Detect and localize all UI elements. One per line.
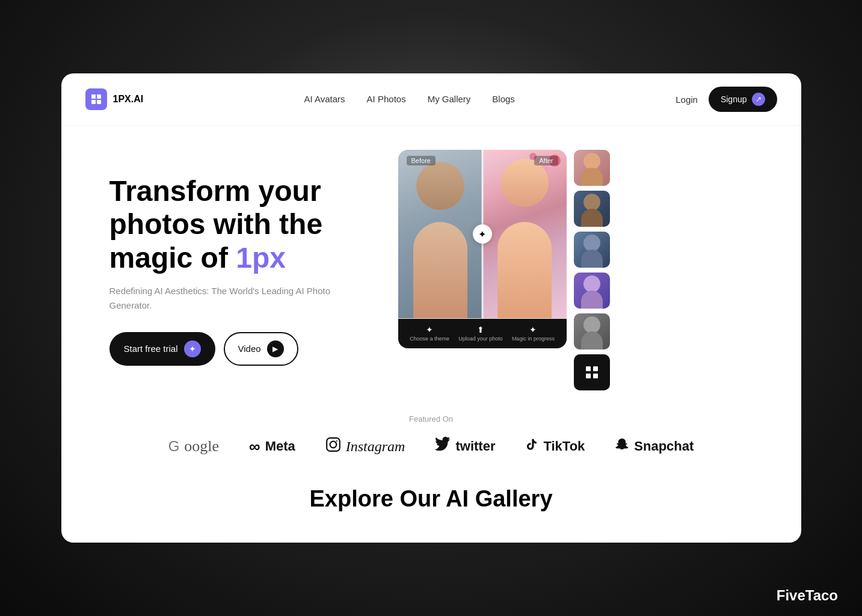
sparkle-dot: ✦ bbox=[473, 224, 492, 244]
brand-snapchat: Snapchat bbox=[615, 437, 694, 456]
svg-rect-3 bbox=[97, 100, 101, 104]
svg-rect-0 bbox=[91, 94, 96, 99]
twitter-icon bbox=[435, 437, 451, 456]
before-label: Before bbox=[407, 156, 436, 165]
navbar: 1PX.AI AI Avatars AI Photos My Gallery B… bbox=[61, 73, 801, 126]
nav-item-gallery[interactable]: My Gallery bbox=[428, 94, 471, 105]
logo-area: 1PX.AI bbox=[85, 88, 144, 110]
step-upload-photo: ⬆ Upload your photo bbox=[458, 325, 503, 342]
logo-icon bbox=[85, 88, 107, 110]
svg-rect-8 bbox=[327, 438, 340, 451]
brand-instagram: Instagram bbox=[325, 437, 405, 456]
signup-button[interactable]: Signup ↗ bbox=[709, 87, 777, 112]
gallery-title: Explore Our AI Gallery bbox=[85, 486, 777, 512]
svg-point-10 bbox=[336, 440, 337, 442]
video-button[interactable]: Video ▶ bbox=[224, 332, 298, 366]
thumbnail-4[interactable] bbox=[574, 273, 610, 309]
hero-section: Transform your photos with the magic of … bbox=[61, 126, 801, 402]
login-button[interactable]: Login bbox=[676, 94, 698, 105]
face-left bbox=[413, 222, 467, 318]
nav-item-blogs[interactable]: Blogs bbox=[492, 94, 515, 105]
arrow-icon: ↗ bbox=[752, 93, 765, 106]
svg-rect-7 bbox=[593, 374, 598, 378]
nav-actions: Login Signup ↗ bbox=[676, 87, 777, 112]
main-card: 1PX.AI AI Avatars AI Photos My Gallery B… bbox=[61, 73, 801, 543]
brand-meta: ∞ Meta bbox=[249, 437, 295, 456]
meta-icon: ∞ bbox=[249, 437, 260, 456]
play-icon: ▶ bbox=[267, 340, 284, 357]
brand-tiktok: TikTok bbox=[525, 437, 585, 456]
thumbnail-5[interactable] bbox=[574, 313, 610, 350]
instagram-icon bbox=[325, 437, 341, 456]
svg-rect-6 bbox=[586, 374, 591, 378]
google-icon: G bbox=[168, 438, 180, 455]
featured-label: Featured On bbox=[85, 414, 777, 424]
preview-bottom: ✦ Choose a theme ⬆ Upload your photo ✦ M… bbox=[398, 319, 567, 348]
snapchat-icon bbox=[615, 437, 629, 456]
start-free-trial-button[interactable]: Start free trial ✦ bbox=[109, 332, 215, 366]
svg-rect-4 bbox=[586, 366, 591, 371]
brand-google: Google bbox=[168, 437, 219, 455]
main-preview: Before After bbox=[398, 150, 567, 348]
hero-title: Transform your photos with the magic of … bbox=[109, 174, 362, 274]
thumbnail-1[interactable] bbox=[574, 150, 610, 186]
thumbnail-3[interactable] bbox=[574, 232, 610, 268]
svg-point-9 bbox=[330, 442, 336, 448]
magic-icon: ✦ bbox=[529, 325, 537, 334]
thumbnails bbox=[574, 150, 610, 390]
gallery-section: Explore Our AI Gallery bbox=[61, 462, 801, 518]
thumbnail-2[interactable] bbox=[574, 191, 610, 227]
svg-rect-1 bbox=[97, 94, 101, 99]
thumbnail-grid[interactable] bbox=[574, 354, 610, 390]
svg-rect-5 bbox=[593, 366, 598, 371]
brands-list: Google ∞ Meta Instagram bbox=[85, 437, 777, 456]
svg-rect-2 bbox=[91, 100, 96, 104]
hero-buttons: Start free trial ✦ Video ▶ bbox=[109, 332, 362, 366]
nav-links: AI Avatars AI Photos My Gallery Blogs bbox=[304, 94, 515, 105]
plus-icon: ✦ bbox=[184, 340, 201, 357]
nav-item-avatars[interactable]: AI Avatars bbox=[304, 94, 345, 105]
step-magic: ✦ Magic in progress bbox=[512, 325, 555, 342]
tiktok-icon bbox=[525, 437, 538, 456]
theme-icon: ✦ bbox=[426, 325, 433, 334]
hero-text: Transform your photos with the magic of … bbox=[109, 174, 362, 366]
hero-visual: Before After bbox=[398, 150, 777, 390]
after-label: After bbox=[534, 156, 558, 165]
brand-twitter: twitter bbox=[435, 437, 495, 456]
face-right bbox=[497, 222, 552, 318]
after-image bbox=[482, 150, 567, 318]
nav-item-photos[interactable]: AI Photos bbox=[367, 94, 406, 105]
watermark: FiveTaco bbox=[777, 587, 838, 604]
preview-image-container: ✦ bbox=[398, 150, 567, 318]
before-image bbox=[398, 150, 482, 318]
hero-subtitle: Redefining AI Aesthetics: The World's Le… bbox=[109, 284, 362, 313]
logo-text: 1PX.AI bbox=[113, 94, 144, 105]
step-choose-theme: ✦ Choose a theme bbox=[410, 325, 449, 342]
featured-section: Featured On Google ∞ Meta Instagram bbox=[61, 402, 801, 462]
upload-icon: ⬆ bbox=[477, 325, 484, 334]
